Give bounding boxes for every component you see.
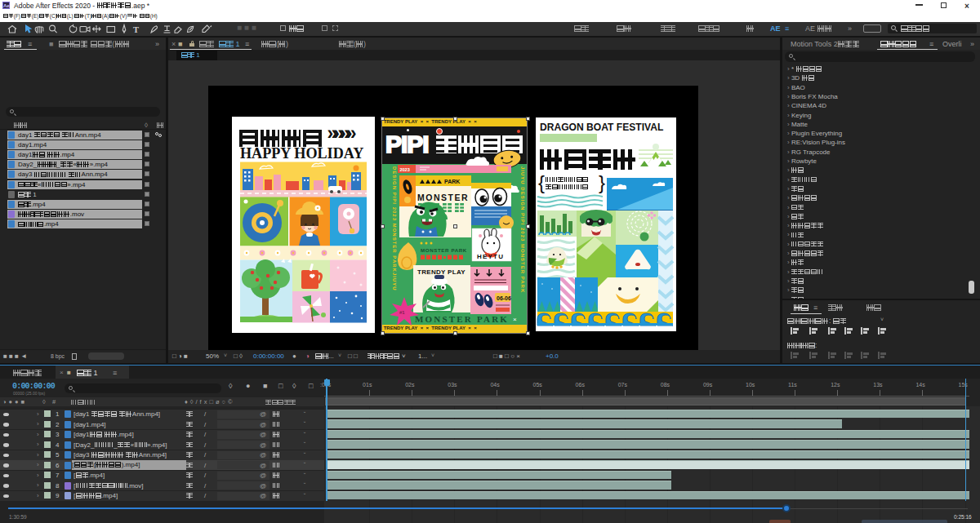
svg-text:06-06: 06-06 <box>497 295 511 301</box>
svg-text:T: T <box>133 25 139 34</box>
svg-text:×: × <box>513 316 517 323</box>
svg-text:HEYTU: HEYTU <box>477 253 504 260</box>
svg-text:2023: 2023 <box>400 167 410 172</box>
svg-text:DESIGN PIPI 2023 MONSTER PARKJ: DESIGN PIPI 2023 MONSTER PARKJIUYU <box>392 166 397 291</box>
svg-text:PARK: PARK <box>444 179 460 184</box>
svg-text:MONSTER PARK: MONSTER PARK <box>415 314 509 324</box>
svg-text:#1: #1 <box>399 310 405 315</box>
svg-text:MONSTER PARK: MONSTER PARK <box>421 247 467 253</box>
svg-text:TRENDY PLAY: TRENDY PLAY <box>417 268 466 276</box>
svg-text:MONSTER: MONSTER <box>417 193 469 202</box>
svg-text:JIUYU DESIGN PIPI 2023 MONSTER: JIUYU DESIGN PIPI 2023 MONSTER PARK <box>520 166 525 293</box>
